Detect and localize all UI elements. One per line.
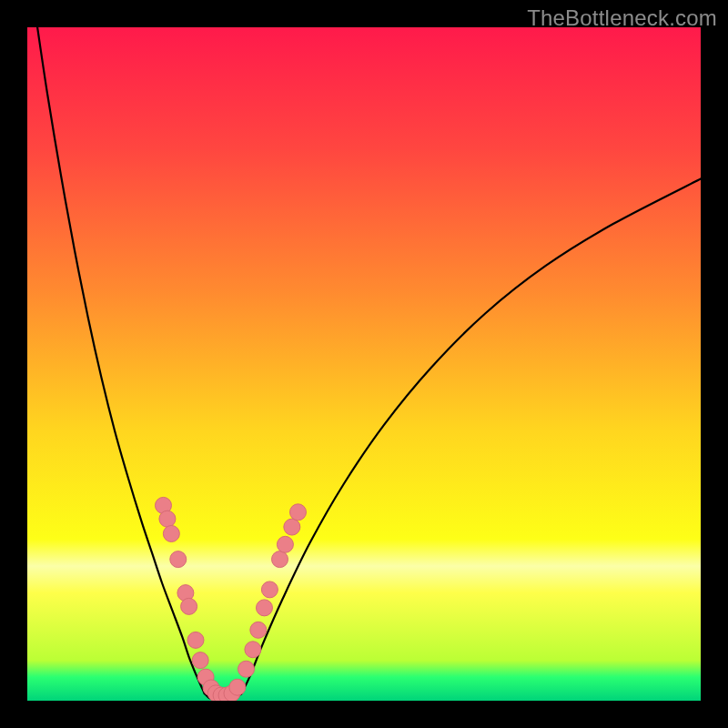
measured-point (159, 511, 176, 527)
chart-stage: TheBottleneck.com (0, 0, 728, 728)
gradient-background (27, 27, 701, 701)
measured-point (272, 551, 288, 568)
measured-point (170, 551, 187, 568)
measured-point (187, 632, 204, 648)
measured-point (250, 622, 267, 638)
measured-point (256, 600, 272, 616)
measured-point (163, 525, 179, 541)
measured-point (238, 661, 255, 677)
measured-point (261, 581, 278, 598)
measured-point (192, 652, 208, 669)
plot-area (27, 27, 701, 701)
measured-point (289, 504, 306, 521)
measured-point (277, 536, 293, 552)
measured-point (284, 519, 300, 535)
chart-svg (27, 27, 701, 701)
measured-point (181, 598, 197, 614)
measured-point (245, 642, 261, 658)
measured-point (229, 679, 246, 695)
